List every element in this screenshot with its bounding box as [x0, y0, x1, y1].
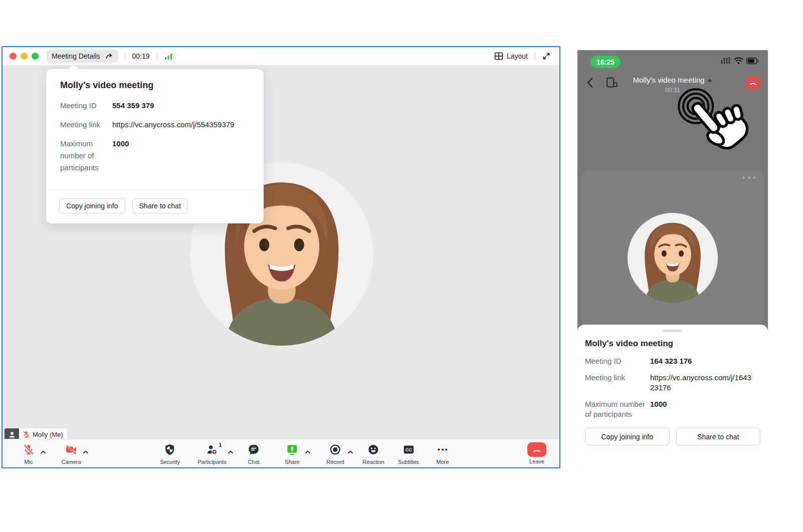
mic-muted-icon	[23, 443, 35, 456]
cc-icon-text: CC	[406, 447, 412, 452]
tap-gesture-cursor	[674, 83, 756, 171]
participants-count-badge: 1	[219, 442, 222, 448]
max-participants-label: Maximum number of participants	[585, 399, 650, 419]
meeting-link-row: Meeting link https://vc.anycross.com/j/5…	[60, 119, 250, 131]
subtitles-label: Subtitles	[398, 459, 419, 465]
cc-icon: CC	[402, 443, 415, 456]
mic-options-chevron[interactable]	[41, 448, 46, 455]
sheet-meeting-title: Molly's video meeting	[585, 339, 760, 349]
participants-icon	[206, 443, 218, 456]
caret-up-icon	[707, 79, 712, 82]
share-label: Share	[285, 459, 299, 465]
copy-joining-info-button[interactable]: Copy joining info	[585, 428, 670, 445]
mic-label: Mic	[23, 459, 35, 465]
meeting-link-label: Meeting link	[60, 119, 111, 131]
reaction-button[interactable]: Reaction	[362, 443, 384, 465]
meeting-id-value: 164 323 176	[650, 356, 760, 366]
reaction-label: Reaction	[362, 459, 384, 465]
mobile-hangup-button[interactable]	[745, 76, 761, 90]
minimize-window-button[interactable]	[21, 53, 28, 60]
meeting-link-value: https://vc.anycross.com/j/164323176	[650, 373, 755, 393]
status-bar-icons	[721, 57, 759, 64]
chat-button[interactable]: Chat	[248, 443, 260, 465]
camera-button[interactable]: Camera	[61, 443, 81, 465]
mic-button[interactable]: Mic	[23, 443, 35, 465]
chat-bubble-icon	[248, 443, 260, 456]
participant-avatar	[628, 213, 718, 303]
traffic-lights	[10, 53, 39, 60]
layout-label: Layout	[507, 52, 528, 60]
camera-options-chevron[interactable]	[83, 448, 89, 455]
mobile-video-tile[interactable]	[581, 170, 764, 325]
share-to-chat-button[interactable]: Share to chat	[676, 428, 761, 445]
meeting-id-value: 554 359 379	[111, 100, 250, 112]
titlebar-divider	[157, 52, 157, 60]
titlebar-divider	[535, 52, 535, 60]
smiley-icon	[367, 443, 379, 456]
meeting-id-row: Meeting ID 554 359 379	[60, 100, 250, 112]
fullscreen-button[interactable]	[542, 52, 550, 60]
mobile-meeting-title[interactable]: Molly's video meeting	[633, 76, 705, 84]
close-window-button[interactable]	[10, 53, 17, 60]
leave-label: Leave	[527, 458, 546, 464]
status-bar-time: 16:25	[590, 56, 621, 68]
selfview-name-label: Molly (Me)	[33, 431, 63, 438]
chat-label: Chat	[248, 459, 260, 465]
camera-off-icon	[65, 443, 78, 456]
flip-camera-button[interactable]	[606, 77, 619, 90]
max-participants-row: Maximum number of participants 1000	[585, 399, 760, 419]
screenshot-canvas: Meeting Details 00:19 Layout	[0, 0, 803, 532]
screen-share-icon	[286, 443, 298, 456]
meeting-details-button[interactable]: Meeting Details	[47, 50, 118, 63]
record-icon	[329, 443, 342, 456]
more-label: More	[436, 459, 449, 465]
hangup-icon	[527, 442, 546, 457]
meeting-link-row: Meeting link https://vc.anycross.com/j/1…	[585, 373, 760, 393]
layout-grid-icon	[494, 52, 503, 61]
share-to-chat-button[interactable]: Share to chat	[132, 198, 188, 213]
sheet-drag-handle[interactable]	[663, 330, 682, 332]
more-dots-icon	[437, 443, 449, 456]
layout-button[interactable]: Layout	[494, 52, 528, 61]
meeting-details-label: Meeting Details	[52, 52, 100, 60]
record-label: Record	[326, 459, 344, 465]
record-button[interactable]: Record	[326, 443, 344, 465]
leave-button[interactable]: Leave	[527, 442, 546, 464]
participants-button[interactable]: 1 Participants	[197, 443, 226, 465]
copy-joining-info-button[interactable]: Copy joining info	[59, 198, 125, 213]
more-button[interactable]: More	[436, 443, 449, 465]
security-label: Security	[160, 459, 180, 465]
back-button[interactable]	[586, 77, 593, 90]
popover-meeting-title: Molly's video meeting	[60, 80, 250, 91]
subtitles-button[interactable]: CC Subtitles	[398, 443, 419, 465]
participants-options-chevron[interactable]	[228, 448, 234, 455]
max-participants-label: Maximum number of participants	[60, 138, 111, 174]
window-titlebar: Meeting Details 00:19 Layout	[3, 47, 559, 66]
participants-label: Participants	[197, 459, 226, 465]
desktop-meeting-window: Meeting Details 00:19 Layout	[2, 46, 560, 468]
meeting-toolbar: Mic Camera Security 1 Partic	[3, 439, 559, 467]
expand-icon	[542, 52, 550, 60]
titlebar-divider	[125, 52, 125, 60]
record-options-chevron[interactable]	[348, 448, 353, 455]
tile-more-button[interactable]	[742, 176, 756, 179]
meeting-details-popover: Molly's video meeting Meeting ID 554 359…	[46, 69, 264, 223]
sheet-actions: Copy joining info Share to chat	[585, 428, 760, 445]
mic-muted-icon	[22, 430, 31, 439]
max-participants-row: Maximum number of participants 1000	[60, 138, 250, 174]
meeting-id-label: Meeting ID	[585, 356, 650, 366]
shield-icon	[164, 443, 176, 456]
meeting-link-label: Meeting link	[585, 373, 650, 393]
meeting-id-row: Meeting ID 164 323 176	[585, 356, 760, 366]
hangup-icon	[748, 78, 758, 88]
zoom-window-button[interactable]	[32, 53, 39, 60]
share-button[interactable]: Share	[285, 443, 299, 465]
popout-icon[interactable]	[105, 52, 113, 60]
meeting-details-sheet: Molly's video meeting Meeting ID 164 323…	[577, 325, 768, 468]
chevron-left-icon	[586, 77, 593, 88]
popover-body: Molly's video meeting Meeting ID 554 359…	[46, 69, 264, 190]
security-button[interactable]: Security	[160, 443, 180, 465]
max-participants-value: 1000	[650, 399, 760, 419]
cellular-signal-icon	[721, 57, 731, 64]
share-options-chevron[interactable]	[305, 448, 311, 455]
